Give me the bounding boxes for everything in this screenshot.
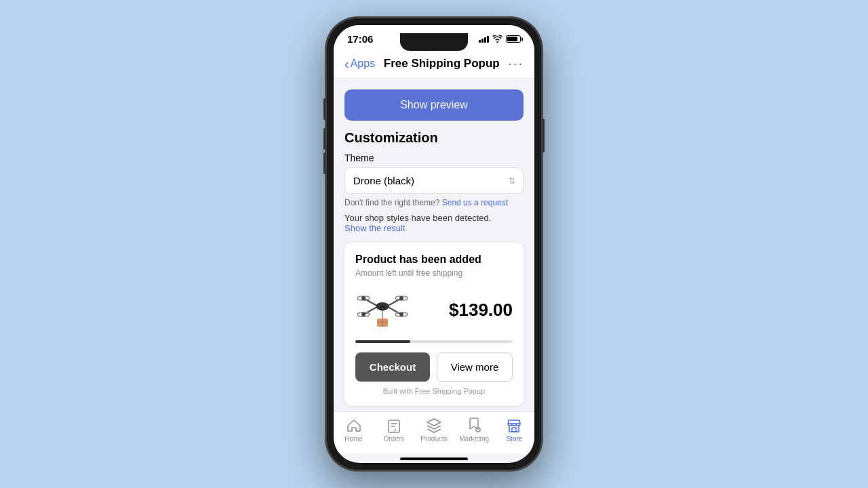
customization-section: Customization Theme Drone (black) Minima… [344,130,524,233]
svg-point-11 [361,296,366,300]
send-request-link[interactable]: Send us a request [442,198,508,207]
help-text-prefix: Don't find the right theme? [344,198,442,207]
nav-title: Free Shipping Popup [384,57,500,70]
phone-screen: 17:06 ‹ Apps F [334,25,534,463]
tab-products[interactable]: Products [414,418,454,443]
progress-bar-container [355,340,513,343]
marketing-tab-icon [466,418,482,434]
product-card-title: Product has been added [355,253,513,266]
built-with-text: Built with Free Shipping Popup [355,387,513,395]
product-content: $139.00 [355,286,513,333]
product-buttons: Checkout View more [355,352,513,382]
product-card-subtitle: Amount left until free shipping [355,268,513,278]
nav-bar: ‹ Apps Free Shipping Popup ··· [334,49,534,79]
shop-styles-detected: Your shop styles have been detected. [344,213,524,223]
status-icons [479,35,521,43]
tab-marketing-label: Marketing [459,435,489,443]
home-indicator [400,458,468,460]
select-wrapper: Drone (black) Minimal white Bold dark Cl… [344,167,524,194]
checkout-button[interactable]: Checkout [355,352,430,382]
theme-field-label: Theme [344,152,524,163]
drone-image [355,286,410,333]
store-tab-icon [506,418,522,434]
tab-products-label: Products [420,435,447,443]
tab-home[interactable]: Home [334,418,374,443]
tab-orders[interactable]: Orders [374,418,414,443]
svg-point-13 [361,312,366,317]
home-tab-icon [346,418,362,434]
back-chevron-icon: ‹ [344,57,349,70]
svg-rect-21 [512,428,516,432]
svg-point-14 [399,312,403,317]
back-label: Apps [351,58,375,70]
orders-tab-icon [386,418,402,434]
theme-select[interactable]: Drone (black) Minimal white Bold dark Cl… [344,167,524,194]
more-button[interactable]: ··· [508,56,524,71]
progress-bar-fill [355,340,410,343]
battery-icon [506,35,521,43]
drone-svg [355,286,410,333]
tab-marketing[interactable]: Marketing [454,418,494,443]
help-text: Don't find the right theme? Send us a re… [344,198,524,207]
phone-wrapper: 17:06 ‹ Apps F [326,17,542,471]
products-tab-icon [426,418,442,434]
section-title: Customization [344,130,524,146]
tab-bar: Home Orders Products [334,411,534,453]
scroll-content: Show preview Customization Theme Drone (… [334,79,534,411]
notch [400,33,468,51]
wifi-icon [492,35,502,43]
status-time: 17:06 [347,33,373,45]
shop-styles-text: Your shop styles have been detected. [344,213,491,223]
tab-store-label: Store [506,435,522,443]
svg-point-2 [381,307,384,310]
tab-orders-label: Orders [384,435,405,443]
show-result-link[interactable]: Show the result [344,223,524,233]
product-card: Product has been added Amount left until… [344,243,524,406]
back-button[interactable]: ‹ Apps [344,57,375,70]
view-more-button[interactable]: View more [437,352,513,382]
tab-store[interactable]: Store [494,418,534,443]
product-price: $139.00 [449,300,513,321]
signal-icon [479,36,489,43]
show-preview-button[interactable]: Show preview [344,89,524,121]
tab-home-label: Home [344,435,363,443]
svg-point-12 [399,296,403,300]
